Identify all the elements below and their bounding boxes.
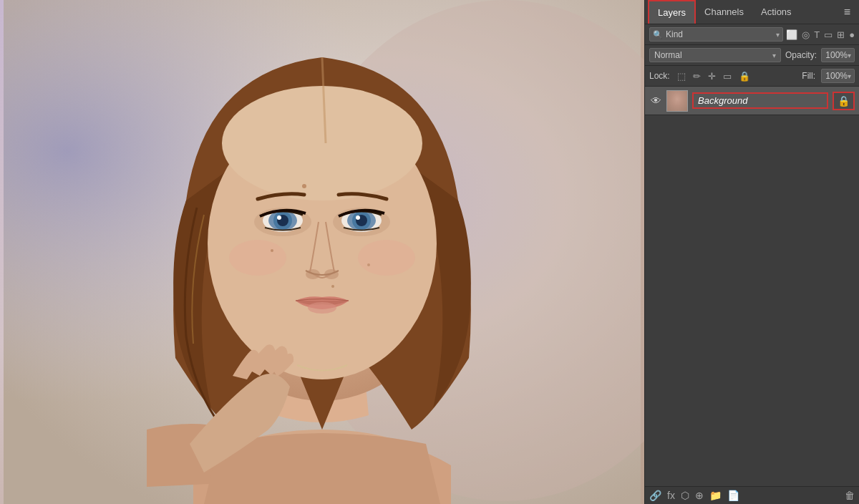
fill-value: 100% [825,71,848,81]
filter-image-icon[interactable]: ⬜ [786,29,797,40]
lock-icons: ⬚ ✏ ✛ ▭ 🔒 [676,69,752,83]
svg-point-21 [308,302,336,314]
svg-point-23 [358,240,415,276]
blend-mode-select[interactable]: Normal [654,50,770,60]
layer-thumbnail [666,90,688,112]
layer-name-background[interactable]: Background [692,92,828,109]
opacity-value: 100% [825,50,848,60]
fill-value-wrap[interactable]: 100% ▾ [821,69,855,83]
delete-layer-icon[interactable]: 🗑 [845,490,855,501]
svg-point-13 [277,215,281,220]
add-mask-icon[interactable]: ⬡ [681,490,689,501]
svg-point-25 [271,249,273,252]
filter-icons: ⬜ ◎ T ▭ ⊞ ● [786,29,855,40]
tab-actions[interactable]: Actions [752,0,800,24]
lock-all-button[interactable]: 🔒 [737,69,752,83]
filter-smart-icon[interactable]: ⊞ [837,29,845,40]
blend-chevron-icon: ▾ [772,52,776,59]
right-panel: Layers Channels Actions ≡ 🔍 Kind ▾ ⬜ ◎ T… [644,0,859,504]
search-icon: 🔍 [653,30,663,39]
opacity-chevron-icon: ▾ [848,52,851,59]
tab-channels[interactable]: Channels [696,0,752,24]
layers-bottom: 🔗 fx ⬡ ⊕ 📁 📄 🗑 [645,486,859,504]
portrait-canvas [0,0,644,504]
layer-visibility-eye[interactable]: 👁 [649,94,662,107]
panel-menu-button[interactable]: ≡ [838,3,856,21]
canvas-area [0,0,644,504]
filter-select-wrap[interactable]: 🔍 Kind ▾ [649,27,783,42]
chevron-down-icon: ▾ [776,31,780,39]
opacity-value-wrap[interactable]: 100% ▾ [821,48,855,62]
filter-toggle-icon[interactable]: ● [849,29,855,40]
tab-layers[interactable]: Layers [648,0,696,24]
lock-label: Lock: [649,71,670,81]
layer-effects-icon[interactable]: fx [667,490,675,501]
lock-brush-button[interactable]: ✏ [691,69,702,83]
filter-shape-icon[interactable]: ▭ [824,29,833,40]
filter-type-icon[interactable]: T [814,29,820,40]
svg-point-6 [222,86,422,200]
svg-point-27 [367,263,370,266]
filter-select[interactable]: Kind [666,29,773,39]
svg-point-22 [229,240,286,276]
lock-row: Lock: ⬚ ✏ ✛ ▭ 🔒 Fill: 100% ▾ [645,66,859,87]
svg-point-18 [356,215,360,220]
layer-item-background[interactable]: 👁 Background 🔒 [645,87,859,115]
lock-artboard-button[interactable]: ▭ [722,69,733,83]
fill-label: Fill: [802,71,815,81]
portrait-svg [0,0,644,504]
link-layers-icon[interactable]: 🔗 [649,490,661,501]
filter-row: 🔍 Kind ▾ ⬜ ◎ T ▭ ⊞ ● [645,24,859,45]
new-layer-icon[interactable]: 📄 [727,490,739,501]
blend-select-wrap[interactable]: Normal ▾ [649,48,781,62]
layer-lock-icon[interactable]: 🔒 [833,92,855,110]
svg-point-24 [302,184,306,188]
layers-list: 👁 Background 🔒 [645,87,859,486]
filter-adjustment-icon[interactable]: ◎ [802,29,810,40]
lock-position-button[interactable]: ✛ [707,69,717,83]
blend-row: Normal ▾ Opacity: 100% ▾ [645,45,859,66]
new-fill-icon[interactable]: ⊕ [695,490,704,501]
svg-point-26 [331,285,334,288]
fill-chevron-icon: ▾ [848,72,851,80]
tabs-row: Layers Channels Actions ≡ [645,0,859,24]
thumbnail-preview [667,91,687,111]
new-group-icon[interactable]: 📁 [709,490,722,501]
opacity-label: Opacity: [785,50,817,60]
lock-transparent-button[interactable]: ⬚ [676,69,687,83]
